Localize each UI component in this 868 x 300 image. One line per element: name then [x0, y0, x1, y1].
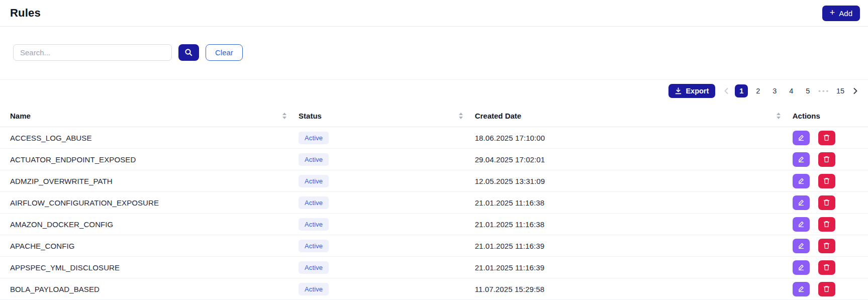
pagination-pages: 12345 [735, 84, 814, 97]
pagination-last-page[interactable]: 15 [834, 84, 847, 97]
column-label: Status [299, 112, 322, 120]
trash-icon [823, 285, 830, 293]
table-row: BOLA_PAYLOAD_BASEDActive11.07.2025 15:29… [0, 278, 868, 300]
chevron-left-icon[interactable] [721, 84, 731, 97]
delete-button[interactable] [818, 174, 835, 188]
table-row: ACCESS_LOG_ABUSEActive18.06.2025 17:10:0… [0, 127, 868, 149]
rule-actions-cell [793, 257, 868, 278]
rule-created-date-cell: 29.04.2025 17:02:01 [475, 149, 793, 170]
rule-status-cell: Active [299, 127, 475, 149]
rules-table-body: ACCESS_LOG_ABUSEActive18.06.2025 17:10:0… [0, 127, 868, 300]
pencil-icon [797, 134, 805, 142]
delete-button[interactable] [818, 217, 835, 232]
rule-created-date-cell: 21.01.2025 11:16:38 [475, 214, 793, 235]
trash-icon [823, 177, 830, 185]
column-header-status[interactable]: Status [299, 105, 475, 127]
delete-button[interactable] [818, 131, 835, 145]
pagination: 12345 ••• 15 [721, 84, 860, 97]
export-button-label: Export [686, 87, 709, 95]
rule-created-date-cell: 18.06.2025 17:10:00 [475, 127, 793, 149]
table-row: AMAZON_DOCKER_CONFIGActive21.01.2025 11:… [0, 214, 868, 235]
rule-status-cell: Active [299, 235, 475, 257]
search-row: Clear [13, 44, 243, 61]
rule-name-cell: ACCESS_LOG_ABUSE [0, 127, 299, 149]
column-label: Name [10, 112, 31, 120]
trash-icon [823, 263, 830, 271]
edit-button[interactable] [793, 174, 810, 188]
add-button-label: Add [839, 9, 852, 18]
edit-button[interactable] [793, 282, 810, 296]
rule-created-date-cell: 11.07.2025 15:29:58 [475, 278, 793, 300]
search-input[interactable] [13, 44, 172, 61]
delete-button[interactable] [818, 152, 835, 167]
chevron-right-icon[interactable] [850, 84, 860, 97]
table-row: APPSPEC_YML_DISCLOSUREActive21.01.2025 1… [0, 257, 868, 278]
delete-button[interactable] [818, 195, 835, 210]
section-divider [0, 79, 868, 80]
pencil-icon [797, 198, 805, 207]
rule-name-cell: ADMZIP_OVERWRITE_PATH [0, 170, 299, 192]
plus-icon: + [830, 8, 835, 17]
trash-icon [823, 155, 830, 163]
status-badge: Active [299, 261, 329, 274]
table-row: ADMZIP_OVERWRITE_PATHActive12.05.2025 13… [0, 170, 868, 192]
column-label: Actions [793, 112, 820, 120]
rule-status-cell: Active [299, 257, 475, 278]
rule-status-cell: Active [299, 278, 475, 300]
edit-button[interactable] [793, 260, 810, 275]
add-button[interactable]: + Add [822, 6, 860, 21]
column-header-created-date[interactable]: Created Date [475, 105, 793, 127]
delete-button[interactable] [818, 260, 835, 275]
edit-button[interactable] [793, 152, 810, 167]
pagination-page-active[interactable]: 1 [735, 84, 748, 97]
pencil-icon [797, 285, 805, 293]
delete-button[interactable] [818, 282, 835, 296]
status-badge: Active [299, 175, 329, 187]
rule-name-cell: APACHE_CONFIG [0, 235, 299, 257]
rule-actions-cell [793, 235, 868, 257]
edit-button[interactable] [793, 239, 810, 253]
status-badge: Active [299, 240, 329, 252]
sort-icon[interactable] [282, 113, 286, 119]
download-icon [675, 87, 682, 94]
trash-icon [823, 134, 830, 142]
table-row: ACTUATOR_ENDPOINT_EXPOSEDActive29.04.202… [0, 149, 868, 170]
clear-button[interactable]: Clear [206, 44, 243, 61]
rule-created-date-cell: 12.05.2025 13:31:09 [475, 170, 793, 192]
sort-icon[interactable] [777, 113, 781, 119]
rule-name-cell: AMAZON_DOCKER_CONFIG [0, 214, 299, 235]
table-header-row: Name Status Created Date [0, 105, 868, 127]
pagination-page[interactable]: 4 [785, 84, 798, 97]
edit-button[interactable] [793, 195, 810, 210]
pagination-page[interactable]: 3 [768, 84, 781, 97]
rule-status-cell: Active [299, 149, 475, 170]
rule-actions-cell [793, 278, 868, 300]
edit-button[interactable] [793, 131, 810, 145]
rule-actions-cell [793, 192, 868, 214]
column-header-name[interactable]: Name [0, 105, 299, 127]
sort-icon[interactable] [459, 113, 463, 119]
status-badge: Active [299, 218, 329, 231]
pagination-page[interactable]: 2 [751, 84, 764, 97]
search-button[interactable] [178, 44, 199, 61]
trash-icon [823, 242, 830, 250]
edit-button[interactable] [793, 217, 810, 232]
trash-icon [823, 220, 830, 228]
toolbar: Export 12345 ••• 15 [668, 84, 860, 98]
rule-name-cell: BOLA_PAYLOAD_BASED [0, 278, 299, 300]
rule-name-cell: AIRFLOW_CONFIGURATION_EXPOSURE [0, 192, 299, 214]
pagination-page[interactable]: 5 [801, 84, 814, 97]
page-title: Rules [10, 7, 41, 20]
trash-icon [823, 198, 830, 207]
rule-actions-cell [793, 214, 868, 235]
status-badge: Active [299, 283, 329, 295]
rule-status-cell: Active [299, 170, 475, 192]
status-badge: Active [299, 196, 329, 209]
column-label: Created Date [475, 112, 522, 120]
delete-button[interactable] [818, 239, 835, 253]
rule-name-cell: APPSPEC_YML_DISCLOSURE [0, 257, 299, 278]
rule-name-cell: ACTUATOR_ENDPOINT_EXPOSED [0, 149, 299, 170]
rule-created-date-cell: 21.01.2025 11:16:39 [475, 235, 793, 257]
export-button[interactable]: Export [668, 84, 715, 98]
rule-actions-cell [793, 127, 868, 149]
